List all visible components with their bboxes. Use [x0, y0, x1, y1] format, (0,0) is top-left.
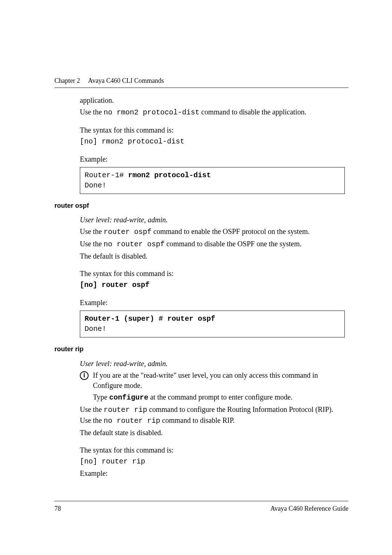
section-rip-body: User level: read-write, admin. i If you … — [80, 358, 345, 478]
note-line-2: Type configure at the command prompt to … — [93, 392, 345, 403]
chapter-label: Chapter 2 — [54, 76, 80, 85]
rip-default: The default state is disabled. — [80, 428, 345, 438]
rip-p1-cmd2: no router rip — [104, 417, 160, 425]
info-icon: i — [80, 371, 89, 380]
note-l2-post: at the command prompt to enter configure… — [148, 393, 293, 401]
use-no-cmd: no rmon2 protocol-dist — [104, 108, 200, 117]
ospf-p2-post: command to disable the OSPF one the syst… — [165, 240, 302, 248]
section-ospf-body: User level: read-write, admin. Use the r… — [80, 215, 345, 337]
ex1-cmd: rmon2 protocol-dist — [128, 171, 211, 179]
header-rule — [54, 88, 348, 88]
example-2-line-1: Router-1 (super) # router ospf — [85, 314, 340, 324]
syntax-intro-1: The syntax for this command is: — [80, 125, 345, 135]
note-l2-pre: Type — [93, 393, 109, 401]
example-label-3: Example: — [80, 468, 345, 478]
ospf-default: The default is disabled. — [80, 251, 345, 261]
syntax-line-3: [no] router rip — [80, 457, 345, 467]
page-number: 78 — [54, 504, 61, 513]
example-1-line-2: Done! — [85, 181, 340, 191]
footer-rule — [54, 501, 348, 501]
document-page: Chapter 2 Avaya C460 CLI Commands applic… — [0, 0, 392, 555]
example-2-line-2: Done! — [85, 324, 340, 334]
rip-p1-cmd: router rip — [104, 406, 147, 414]
note-l2-cmd: configure — [109, 393, 148, 402]
user-level-rip: User level: read-write, admin. — [80, 358, 345, 369]
page-footer: 78 Avaya C460 Reference Guide — [54, 497, 348, 513]
use-no-suffix: command to disable the application. — [200, 108, 306, 116]
running-header: Chapter 2 Avaya C460 CLI Commands — [54, 76, 348, 85]
example-label-2: Example: — [80, 297, 345, 308]
note-line-1: If you are at the "read-write" user leve… — [93, 370, 345, 390]
ex1-prompt: Router-1# — [85, 171, 128, 179]
ospf-p2-pre: Use the — [80, 240, 104, 248]
heading-router-rip: router rip — [54, 345, 348, 354]
use-no-sentence: Use the no rmon2 protocol-dist command t… — [80, 107, 345, 118]
guide-title: Avaya C460 Reference Guide — [270, 504, 348, 513]
syntax-line-2: [no] router ospf — [80, 280, 345, 290]
syntax-line-1: [no] rmon2 protocol-dist — [80, 137, 345, 147]
use-no-prefix: Use the — [80, 108, 104, 116]
syntax-intro-2: The syntax for this command is: — [80, 268, 345, 279]
ospf-p1-cmd: router ospf — [104, 228, 152, 236]
note-row: i If you are at the "read-write" user le… — [80, 370, 345, 404]
example-label-1: Example: — [80, 154, 345, 164]
note-body: If you are at the "read-write" user leve… — [93, 370, 345, 404]
footer-row: 78 Avaya C460 Reference Guide — [54, 504, 348, 513]
ospf-p2-cmd: no router ospf — [104, 240, 165, 248]
user-level-ospf: User level: read-write, admin. — [80, 215, 345, 225]
chapter-title: Avaya C460 CLI Commands — [88, 76, 164, 85]
example-box-2: Router-1 (super) # router ospf Done! — [80, 311, 345, 337]
syntax-intro-3: The syntax for this command is: — [80, 445, 345, 455]
ospf-p1-pre: Use the — [80, 227, 104, 235]
heading-router-ospf: router ospf — [54, 201, 348, 210]
ospf-enable-sentence: Use the router ospf command to enable th… — [80, 226, 345, 237]
ospf-p1-post: command to enable the OSPF protocol on t… — [152, 227, 310, 235]
section-rmon2-body: application. Use the no rmon2 protocol-d… — [80, 95, 345, 194]
example-box-1: Router-1# rmon2 protocol-dist Done! — [80, 167, 345, 194]
rip-use-sentence: Use the router rip command to configure … — [80, 404, 345, 426]
cont-application: application. — [80, 95, 345, 105]
rip-p1-post2: command to disable RIP. — [160, 416, 235, 424]
example-1-line-1: Router-1# rmon2 protocol-dist — [85, 170, 340, 181]
ospf-disable-sentence: Use the no router ospf command to disabl… — [80, 239, 345, 250]
rip-p1-pre: Use the — [80, 405, 104, 413]
